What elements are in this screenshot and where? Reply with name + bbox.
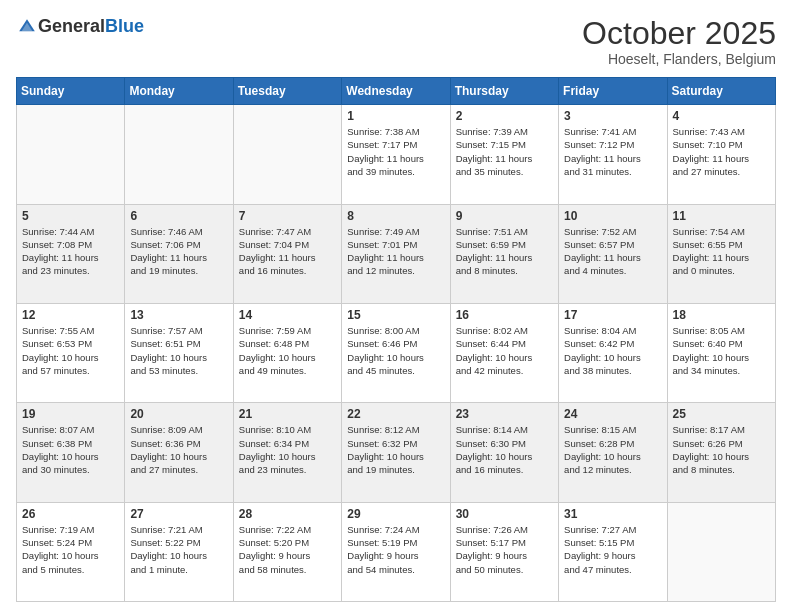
day-number: 15 [347, 308, 444, 322]
day-number: 9 [456, 209, 553, 223]
calendar-cell: 5Sunrise: 7:44 AM Sunset: 7:08 PM Daylig… [17, 204, 125, 303]
location: Hoeselt, Flanders, Belgium [582, 51, 776, 67]
calendar-cell: 8Sunrise: 7:49 AM Sunset: 7:01 PM Daylig… [342, 204, 450, 303]
calendar-cell: 10Sunrise: 7:52 AM Sunset: 6:57 PM Dayli… [559, 204, 667, 303]
day-info: Sunrise: 8:07 AM Sunset: 6:38 PM Dayligh… [22, 423, 119, 476]
logo-blue: Blue [105, 16, 144, 36]
calendar-cell: 17Sunrise: 8:04 AM Sunset: 6:42 PM Dayli… [559, 303, 667, 402]
calendar-cell: 14Sunrise: 7:59 AM Sunset: 6:48 PM Dayli… [233, 303, 341, 402]
calendar-cell [17, 105, 125, 204]
calendar-cell: 23Sunrise: 8:14 AM Sunset: 6:30 PM Dayli… [450, 403, 558, 502]
calendar-cell: 28Sunrise: 7:22 AM Sunset: 5:20 PM Dayli… [233, 502, 341, 601]
day-number: 4 [673, 109, 770, 123]
header-right: October 2025 Hoeselt, Flanders, Belgium [582, 16, 776, 67]
calendar-week-row: 5Sunrise: 7:44 AM Sunset: 7:08 PM Daylig… [17, 204, 776, 303]
calendar-cell: 2Sunrise: 7:39 AM Sunset: 7:15 PM Daylig… [450, 105, 558, 204]
day-number: 2 [456, 109, 553, 123]
header: GeneralBlue October 2025 Hoeselt, Flande… [16, 16, 776, 67]
day-number: 25 [673, 407, 770, 421]
calendar-cell: 12Sunrise: 7:55 AM Sunset: 6:53 PM Dayli… [17, 303, 125, 402]
calendar-cell: 30Sunrise: 7:26 AM Sunset: 5:17 PM Dayli… [450, 502, 558, 601]
calendar-cell [233, 105, 341, 204]
day-info: Sunrise: 7:19 AM Sunset: 5:24 PM Dayligh… [22, 523, 119, 576]
calendar-cell: 19Sunrise: 8:07 AM Sunset: 6:38 PM Dayli… [17, 403, 125, 502]
calendar-cell: 15Sunrise: 8:00 AM Sunset: 6:46 PM Dayli… [342, 303, 450, 402]
day-info: Sunrise: 7:41 AM Sunset: 7:12 PM Dayligh… [564, 125, 661, 178]
weekday-header-sunday: Sunday [17, 78, 125, 105]
calendar-cell: 3Sunrise: 7:41 AM Sunset: 7:12 PM Daylig… [559, 105, 667, 204]
calendar-cell: 1Sunrise: 7:38 AM Sunset: 7:17 PM Daylig… [342, 105, 450, 204]
calendar-week-row: 12Sunrise: 7:55 AM Sunset: 6:53 PM Dayli… [17, 303, 776, 402]
day-info: Sunrise: 8:14 AM Sunset: 6:30 PM Dayligh… [456, 423, 553, 476]
weekday-header-tuesday: Tuesday [233, 78, 341, 105]
day-info: Sunrise: 7:51 AM Sunset: 6:59 PM Dayligh… [456, 225, 553, 278]
day-info: Sunrise: 8:12 AM Sunset: 6:32 PM Dayligh… [347, 423, 444, 476]
calendar-table: SundayMondayTuesdayWednesdayThursdayFrid… [16, 77, 776, 602]
weekday-header-friday: Friday [559, 78, 667, 105]
day-number: 1 [347, 109, 444, 123]
day-number: 13 [130, 308, 227, 322]
day-info: Sunrise: 7:24 AM Sunset: 5:19 PM Dayligh… [347, 523, 444, 576]
weekday-header-monday: Monday [125, 78, 233, 105]
day-info: Sunrise: 7:39 AM Sunset: 7:15 PM Dayligh… [456, 125, 553, 178]
weekday-header-saturday: Saturday [667, 78, 775, 105]
day-info: Sunrise: 8:02 AM Sunset: 6:44 PM Dayligh… [456, 324, 553, 377]
calendar-cell: 9Sunrise: 7:51 AM Sunset: 6:59 PM Daylig… [450, 204, 558, 303]
calendar-cell: 13Sunrise: 7:57 AM Sunset: 6:51 PM Dayli… [125, 303, 233, 402]
day-number: 31 [564, 507, 661, 521]
day-number: 11 [673, 209, 770, 223]
day-info: Sunrise: 7:26 AM Sunset: 5:17 PM Dayligh… [456, 523, 553, 576]
weekday-header-wednesday: Wednesday [342, 78, 450, 105]
calendar-week-row: 26Sunrise: 7:19 AM Sunset: 5:24 PM Dayli… [17, 502, 776, 601]
day-number: 21 [239, 407, 336, 421]
day-number: 14 [239, 308, 336, 322]
day-number: 6 [130, 209, 227, 223]
day-info: Sunrise: 7:47 AM Sunset: 7:04 PM Dayligh… [239, 225, 336, 278]
day-info: Sunrise: 7:44 AM Sunset: 7:08 PM Dayligh… [22, 225, 119, 278]
day-number: 3 [564, 109, 661, 123]
calendar-cell: 4Sunrise: 7:43 AM Sunset: 7:10 PM Daylig… [667, 105, 775, 204]
page: GeneralBlue October 2025 Hoeselt, Flande… [0, 0, 792, 612]
day-info: Sunrise: 8:09 AM Sunset: 6:36 PM Dayligh… [130, 423, 227, 476]
month-title: October 2025 [582, 16, 776, 51]
day-info: Sunrise: 7:59 AM Sunset: 6:48 PM Dayligh… [239, 324, 336, 377]
day-number: 27 [130, 507, 227, 521]
calendar-cell: 6Sunrise: 7:46 AM Sunset: 7:06 PM Daylig… [125, 204, 233, 303]
day-number: 26 [22, 507, 119, 521]
day-number: 30 [456, 507, 553, 521]
day-number: 17 [564, 308, 661, 322]
day-info: Sunrise: 8:05 AM Sunset: 6:40 PM Dayligh… [673, 324, 770, 377]
calendar-cell: 18Sunrise: 8:05 AM Sunset: 6:40 PM Dayli… [667, 303, 775, 402]
day-info: Sunrise: 7:27 AM Sunset: 5:15 PM Dayligh… [564, 523, 661, 576]
day-info: Sunrise: 7:43 AM Sunset: 7:10 PM Dayligh… [673, 125, 770, 178]
calendar-cell: 24Sunrise: 8:15 AM Sunset: 6:28 PM Dayli… [559, 403, 667, 502]
day-info: Sunrise: 8:00 AM Sunset: 6:46 PM Dayligh… [347, 324, 444, 377]
calendar-cell: 21Sunrise: 8:10 AM Sunset: 6:34 PM Dayli… [233, 403, 341, 502]
day-number: 29 [347, 507, 444, 521]
day-number: 8 [347, 209, 444, 223]
day-number: 10 [564, 209, 661, 223]
day-info: Sunrise: 7:38 AM Sunset: 7:17 PM Dayligh… [347, 125, 444, 178]
day-number: 24 [564, 407, 661, 421]
day-info: Sunrise: 8:17 AM Sunset: 6:26 PM Dayligh… [673, 423, 770, 476]
day-number: 7 [239, 209, 336, 223]
day-info: Sunrise: 7:21 AM Sunset: 5:22 PM Dayligh… [130, 523, 227, 576]
day-number: 20 [130, 407, 227, 421]
logo-general: General [38, 16, 105, 36]
day-info: Sunrise: 7:49 AM Sunset: 7:01 PM Dayligh… [347, 225, 444, 278]
day-info: Sunrise: 7:55 AM Sunset: 6:53 PM Dayligh… [22, 324, 119, 377]
weekday-header-thursday: Thursday [450, 78, 558, 105]
logo-text: GeneralBlue [38, 16, 144, 37]
calendar-cell: 25Sunrise: 8:17 AM Sunset: 6:26 PM Dayli… [667, 403, 775, 502]
calendar-cell: 27Sunrise: 7:21 AM Sunset: 5:22 PM Dayli… [125, 502, 233, 601]
day-number: 19 [22, 407, 119, 421]
day-info: Sunrise: 7:57 AM Sunset: 6:51 PM Dayligh… [130, 324, 227, 377]
day-number: 22 [347, 407, 444, 421]
calendar-cell: 31Sunrise: 7:27 AM Sunset: 5:15 PM Dayli… [559, 502, 667, 601]
calendar-cell: 11Sunrise: 7:54 AM Sunset: 6:55 PM Dayli… [667, 204, 775, 303]
calendar-cell [125, 105, 233, 204]
calendar-cell [667, 502, 775, 601]
calendar-cell: 22Sunrise: 8:12 AM Sunset: 6:32 PM Dayli… [342, 403, 450, 502]
day-info: Sunrise: 7:54 AM Sunset: 6:55 PM Dayligh… [673, 225, 770, 278]
day-info: Sunrise: 8:15 AM Sunset: 6:28 PM Dayligh… [564, 423, 661, 476]
